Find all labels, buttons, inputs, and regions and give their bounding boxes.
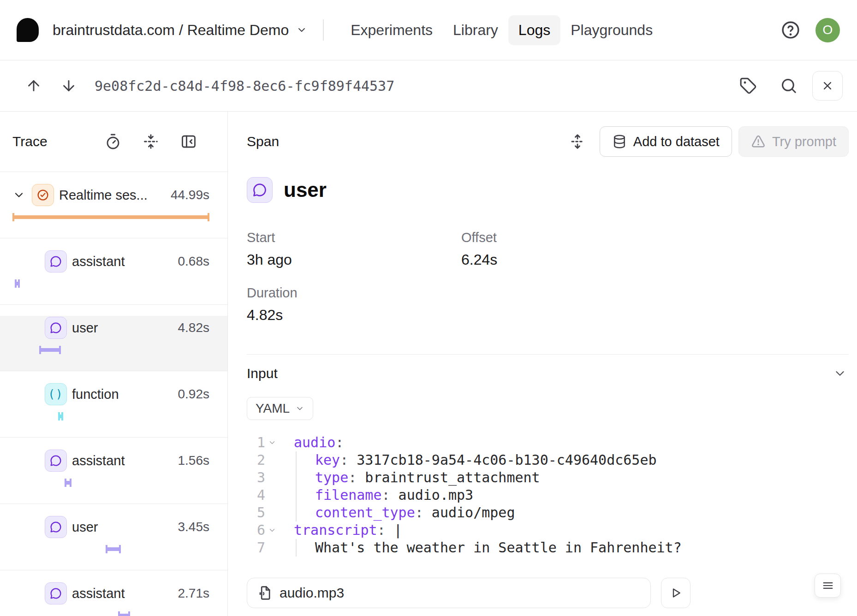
add-to-dataset-label: Add to dataset <box>633 134 720 149</box>
start-value: 3h ago <box>247 251 461 268</box>
span-duration: 1.56s <box>178 453 210 468</box>
span-timeline-track <box>12 411 209 422</box>
trace-span-row[interactable]: assistant2.71s <box>0 581 227 616</box>
play-audio-button[interactable] <box>661 578 690 608</box>
timer-icon[interactable] <box>105 133 121 150</box>
input-section-header[interactable]: Input <box>247 365 849 382</box>
chevron-down-icon[interactable] <box>12 189 25 201</box>
collapse-panel-icon[interactable] <box>180 133 197 150</box>
span-panel-title: Span <box>247 134 279 149</box>
nav-tab-logs[interactable]: Logs <box>508 15 560 45</box>
span-timeline-track <box>12 278 209 289</box>
span-timeline-bar <box>15 279 20 288</box>
chat-bubble-icon <box>45 317 67 339</box>
line-number: 3 <box>247 469 265 486</box>
try-prompt-label: Try prompt <box>772 134 836 149</box>
line-number: 2 <box>247 451 265 469</box>
attachment-chip[interactable]: audio.mp3 <box>247 578 651 608</box>
format-selector[interactable]: YAML <box>247 397 313 420</box>
chat-bubble-icon <box>45 450 67 472</box>
trace-span-row-main: assistant0.68s <box>0 249 227 273</box>
trace-sidebar-header: Trace <box>0 112 227 172</box>
span-timeline-track <box>12 544 209 555</box>
next-trace-button[interactable] <box>56 73 82 99</box>
code-text: type: braintrust_attachment <box>279 469 540 486</box>
span-title-row: user <box>247 177 849 203</box>
code-line: 2key: 3317cb18-9a54-4c06-b130-c49640dc65… <box>247 451 849 469</box>
close-trace-button[interactable] <box>812 71 843 101</box>
span-metadata: Start 3h ago Offset 6.24s Duration 4.82s <box>247 230 849 324</box>
code-line: 1audio: <box>247 434 849 451</box>
code-text: What's the weather in Seattle in Fahrenh… <box>279 539 682 557</box>
braintrust-logo[interactable] <box>17 18 39 42</box>
trace-span-row[interactable]: assistant1.56s <box>0 449 227 504</box>
database-icon <box>612 134 627 149</box>
duration-value: 4.82s <box>247 306 461 324</box>
primary-nav: ExperimentsLibraryLogsPlaygrounds <box>340 15 663 45</box>
span-name: user <box>284 178 327 201</box>
attachment-row: audio.mp3 <box>247 578 849 608</box>
line-number: 7 <box>247 539 265 557</box>
span-label: assistant <box>72 254 125 269</box>
chat-bubble-icon <box>247 177 273 203</box>
line-number: 6 <box>247 521 265 539</box>
code-line: 3type: braintrust_attachment <box>247 469 849 486</box>
try-prompt-button[interactable]: Try prompt <box>738 126 849 157</box>
prev-trace-button[interactable] <box>21 73 47 99</box>
trace-span-row-main: assistant2.71s <box>0 581 227 605</box>
input-section-title: Input <box>247 366 278 381</box>
code-text: content_type: audio/mpeg <box>279 504 515 521</box>
line-gutter <box>265 469 279 486</box>
span-label: assistant <box>72 586 125 601</box>
check-circle-icon <box>32 184 54 206</box>
function-icon: () <box>45 383 67 405</box>
collapse-chevron-icon[interactable] <box>265 434 279 451</box>
nav-tab-experiments[interactable]: Experiments <box>340 15 443 45</box>
span-label: Realtime ses... <box>59 188 148 203</box>
menu-icon[interactable] <box>815 574 841 598</box>
trace-span-row[interactable]: user4.82s <box>0 316 227 371</box>
span-timeline-track <box>12 344 209 355</box>
code-text: transcript: | <box>279 521 402 539</box>
span-panel-header: Span Add <box>247 126 849 157</box>
chevron-down-icon[interactable] <box>831 365 849 382</box>
span-timeline-track <box>12 610 209 616</box>
expand-vertical-icon[interactable] <box>566 130 589 153</box>
collapse-vertical-icon[interactable] <box>143 133 159 150</box>
tag-icon[interactable] <box>735 72 762 99</box>
collapse-chevron-icon[interactable] <box>265 521 279 539</box>
trace-span-row[interactable]: ()function0.92s <box>0 382 227 438</box>
trace-sidebar: Trace <box>0 112 228 616</box>
span-duration: 0.92s <box>178 387 210 402</box>
line-number: 4 <box>247 486 265 504</box>
code-text: filename: audio.mp3 <box>279 486 473 504</box>
meta-duration: Duration 4.82s <box>247 285 461 324</box>
help-icon[interactable] <box>780 20 801 40</box>
yaml-code-block: 1audio:2key: 3317cb18-9a54-4c06-b130-c49… <box>247 434 849 557</box>
code-line: 7What's the weather in Seattle in Fahren… <box>247 539 849 557</box>
add-to-dataset-button[interactable]: Add to dataset <box>600 126 732 157</box>
span-duration: 4.82s <box>178 320 210 335</box>
span-duration: 2.71s <box>178 586 210 601</box>
search-icon[interactable] <box>775 72 802 99</box>
chat-bubble-icon <box>45 582 67 604</box>
warning-triangle-icon <box>751 134 766 149</box>
trace-span-row[interactable]: Realtime ses...44.99s <box>0 183 227 238</box>
trace-span-row[interactable]: user3.45s <box>0 515 227 570</box>
project-selector[interactable]: braintrustdata.com / Realtime Demo <box>53 22 307 39</box>
span-timeline-bar <box>58 412 63 421</box>
span-panel: Span Add <box>228 112 857 616</box>
span-label: function <box>72 387 119 402</box>
nav-tab-playgrounds[interactable]: Playgrounds <box>560 15 663 45</box>
avatar[interactable]: O <box>815 18 840 42</box>
nav-tab-library[interactable]: Library <box>443 15 508 45</box>
span-timeline-bar <box>118 611 130 616</box>
span-timeline-bar <box>39 346 61 354</box>
format-selector-value: YAML <box>256 401 290 416</box>
app-window: braintrustdata.com / Realtime Demo Exper… <box>0 0 857 616</box>
trace-span-row[interactable]: assistant0.68s <box>0 249 227 305</box>
trace-span-row-main: assistant1.56s <box>0 449 227 473</box>
line-gutter <box>265 486 279 504</box>
line-gutter <box>265 451 279 469</box>
trace-span-row-main: Realtime ses...44.99s <box>0 183 227 207</box>
